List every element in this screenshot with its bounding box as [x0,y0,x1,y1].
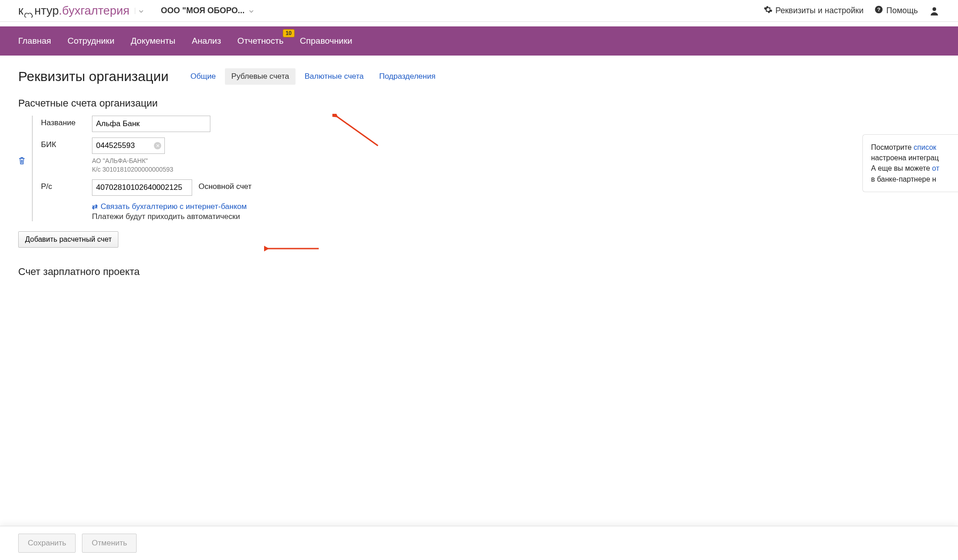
rs-note: Основной счет [199,179,252,191]
info-line2: настроена интеграц [871,154,939,162]
name-input[interactable] [92,116,210,132]
logo-text-1: к [18,4,23,18]
chevron-down-icon [139,10,143,13]
row-name: Название [41,116,940,132]
delete-account-button[interactable] [18,116,32,166]
logo-accent: .бухгалтерия [59,4,129,18]
tab-departments[interactable]: Подразделения [373,68,442,85]
nav-reports-label: Отчетность [237,36,283,46]
info-line4: в банке-партнере н [871,175,936,183]
svg-text:?: ? [877,6,881,12]
page-title: Реквизиты организации [18,69,168,84]
link-sub-note: Платежи будут приходить автоматически [92,212,940,221]
name-label: Название [41,116,92,127]
header-right: Реквизиты и настройки ? Помощь [764,5,940,16]
bank-hint: АО "АЛЬФА-БАНК" К/с 30101810200000000593 [92,157,173,174]
org-selector[interactable]: ООО "МОЯ ОБОРО... [161,6,254,15]
connect-bank-link[interactable]: Связать бухгалтерию с интернет-банком [101,202,247,211]
chevron-down-icon [249,8,254,14]
page-header: Реквизиты организации Общие Рублевые сче… [18,68,940,85]
logo-dropdown[interactable] [135,8,147,14]
salary-section-title: Счет зарплатного проекта [18,266,940,278]
info-panel: Посмотрите список настроена интеграц А е… [862,134,958,192]
nav-dictionaries[interactable]: Справочники [292,26,361,56]
info-line3a: А еще вы можете [871,164,932,172]
swap-icon: ⇄ [92,203,98,211]
link-block: ⇄ Связать бухгалтерию с интернет-банком … [92,202,940,221]
trash-icon [18,157,25,165]
nav-documents[interactable]: Документы [122,26,183,56]
logo-text-2: нтур [34,4,59,18]
content: Реквизиты организации Общие Рублевые сче… [0,56,958,330]
nav-analysis[interactable]: Анализ [183,26,229,56]
rs-input[interactable] [92,179,192,196]
nav-reports[interactable]: Отчетность 10 [229,26,291,56]
cloud-icon [24,7,34,14]
bank-hint-line1: АО "АЛЬФА-БАНК" [92,157,173,165]
bik-label: БИК [41,137,92,149]
tab-general[interactable]: Общие [184,68,222,85]
help-link[interactable]: ? Помощь [874,5,918,16]
tab-ruble-accounts[interactable]: Рублевые счета [225,68,296,85]
add-account-button[interactable]: Добавить расчетный счет [18,231,118,248]
accounts-section-title: Расчетные счета организации [18,97,940,109]
svg-point-2 [933,7,936,11]
form-column: Название БИК ✕ АО "АЛЬФА-БАНК" К/с 30101… [32,116,940,221]
settings-link[interactable]: Реквизиты и настройки [764,5,863,16]
clear-bik-button[interactable]: ✕ [154,142,161,149]
main-nav: Главная Сотрудники Документы Анализ Отче… [0,26,958,56]
account-block: Название БИК ✕ АО "АЛЬФА-БАНК" К/с 30101… [18,116,940,221]
help-label: Помощь [886,6,918,15]
logo[interactable]: к нтур .бухгалтерия [18,4,129,18]
gear-icon [764,5,773,16]
top-header: к нтур .бухгалтерия ООО "МОЯ ОБОРО... Ре… [0,0,958,22]
settings-label: Реквизиты и настройки [775,6,863,15]
tab-currency-accounts[interactable]: Валютные счета [298,68,370,85]
row-bik: БИК ✕ АО "АЛЬФА-БАНК" К/с 30101810200000… [41,137,940,174]
help-icon: ? [874,5,883,16]
nav-main[interactable]: Главная [18,26,59,56]
info-list-link[interactable]: список [914,143,937,151]
bank-hint-line2: К/с 30101810200000000593 [92,165,173,174]
rs-label: Р/с [41,179,92,191]
close-icon: ✕ [156,143,160,148]
tabs: Общие Рублевые счета Валютные счета Подр… [184,68,442,85]
user-icon[interactable] [929,5,940,16]
nav-employees[interactable]: Сотрудники [59,26,122,56]
org-name: ООО "МОЯ ОБОРО... [161,6,245,15]
info-open-link[interactable]: от [932,164,939,172]
info-line1a: Посмотрите [871,143,914,151]
row-rs: Р/с Основной счет [41,179,940,196]
